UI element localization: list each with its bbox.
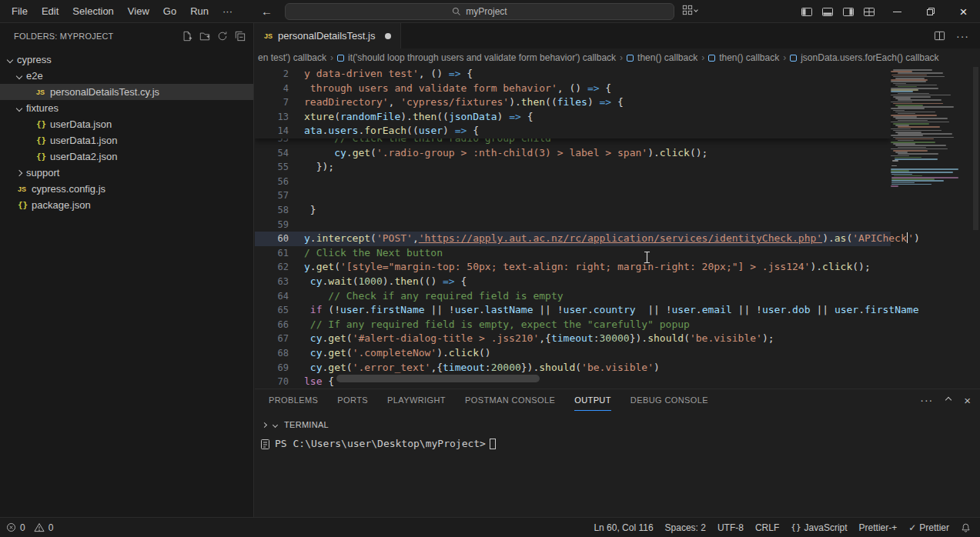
tree-item-fixtures[interactable]: fixtures xyxy=(0,100,253,116)
code-line-4[interactable]: 4 through users and validate form behavi… xyxy=(255,82,891,96)
minimap-line xyxy=(898,147,926,148)
toggle-sidebar-right-icon[interactable] xyxy=(842,6,855,18)
code-line-55[interactable]: 55 }); xyxy=(255,160,891,175)
panel-tab-problems[interactable]: PROBLEMS xyxy=(269,389,318,411)
toggle-panel-icon[interactable] xyxy=(821,6,834,18)
code-line-65[interactable]: 65 if (!user.firstName || !user.lastName… xyxy=(255,303,891,318)
code-editor[interactable]: 53 // Click the third radio group child5… xyxy=(255,67,980,389)
chevron-right-icon xyxy=(16,169,22,175)
code-line-13[interactable]: 13xture(randomFile).then((jsonData) => { xyxy=(255,110,891,125)
profile-grid-button[interactable] xyxy=(682,5,697,15)
bell-icon xyxy=(961,522,971,533)
tree-item-cypress[interactable]: cypress xyxy=(0,52,253,68)
code-line-69[interactable]: 69 cy.get('.error_text',{timeout:20000})… xyxy=(255,361,891,375)
maximize-panel-icon[interactable] xyxy=(945,397,952,403)
collapse-folders-icon[interactable] xyxy=(235,31,246,42)
breadcrumb-item[interactable]: jsonData.users.forEach() callback xyxy=(790,52,938,63)
minimap[interactable] xyxy=(891,69,971,200)
menu-edit[interactable]: Edit xyxy=(35,0,65,23)
panel-tab-postman-console[interactable]: POSTMAN CONSOLE xyxy=(465,389,555,411)
restore-button[interactable] xyxy=(914,0,947,23)
status-formatter-prettier[interactable]: ✓Prettier xyxy=(908,522,949,533)
menu-selection[interactable]: Selection xyxy=(65,0,120,23)
breadcrumb-item[interactable]: en test') callback xyxy=(258,52,326,63)
code-line-63[interactable]: 63 cy.wait(1000).then(() => { xyxy=(255,275,891,289)
breadcrumb-item[interactable]: it('should loop through users and valida… xyxy=(337,52,616,63)
customize-layout-icon[interactable] xyxy=(863,6,875,18)
problems-indicator[interactable]: 0 0 xyxy=(0,522,53,533)
menu-view[interactable]: View xyxy=(121,0,156,23)
file-name: package.json xyxy=(32,199,91,211)
vertical-scrollbar[interactable] xyxy=(973,67,978,230)
tree-item-e2e[interactable]: e2e xyxy=(0,68,253,84)
breadcrumb-item[interactable]: then() callback xyxy=(708,52,779,63)
minimap-line xyxy=(891,81,926,82)
new-file-icon[interactable] xyxy=(182,31,192,42)
minimap-line xyxy=(898,72,943,74)
more-actions-icon[interactable]: ··· xyxy=(956,30,969,42)
status-language-mode[interactable]: {}JavaScript xyxy=(791,522,847,533)
code-line-62[interactable]: 62y.get('[style="margin-top: 50px; text-… xyxy=(255,260,891,275)
status-cursor-position[interactable]: Ln 60, Col 116 xyxy=(594,522,653,533)
close-panel-icon[interactable]: × xyxy=(964,394,971,407)
toggle-sidebar-left-icon[interactable] xyxy=(801,6,813,18)
nav-back-button[interactable]: ← xyxy=(261,5,273,18)
code-line-2[interactable]: 2y data-driven test', () => { xyxy=(255,67,891,82)
status-notifications[interactable] xyxy=(961,522,971,533)
code-line-64[interactable]: 64 // Check if any required field is emp… xyxy=(255,289,891,304)
modified-dot-icon[interactable] xyxy=(385,33,391,39)
panel-tab-ports[interactable]: PORTS xyxy=(337,389,368,411)
split-editor-icon[interactable] xyxy=(934,30,945,42)
code-line-61[interactable]: 61/ Click the Next button xyxy=(255,246,891,261)
menu-go[interactable]: Go xyxy=(156,0,183,23)
minimap-line xyxy=(891,180,944,182)
code-line-58[interactable]: 58 } xyxy=(255,203,891,218)
code-line-57[interactable]: 57 xyxy=(255,188,891,203)
tree-item-personaldetailstest-cy-js[interactable]: JSpersonalDetailsTest.cy.js xyxy=(0,84,253,100)
terminal[interactable]: PS C:\Users\user\Desktop\myProject> xyxy=(255,437,980,451)
minimap-line xyxy=(893,110,905,112)
code-line-60[interactable]: 60y.intercept('POST','https://apply.aut.… xyxy=(255,232,891,246)
status-prettier-plus[interactable]: Prettier-+ xyxy=(859,522,898,533)
error-count: 0 xyxy=(20,522,25,533)
status-eol[interactable]: CRLF xyxy=(755,522,779,533)
code-line-59[interactable]: 59 xyxy=(255,218,891,232)
panel-tab-playwright[interactable]: PLAYWRIGHT xyxy=(387,389,446,411)
tree-item-package-json[interactable]: {}package.json xyxy=(0,197,253,213)
code-line-14[interactable]: 14ata.users.forEach((user) => { xyxy=(255,124,891,138)
line-number: 55 xyxy=(255,160,304,175)
command-center-search[interactable]: myProject xyxy=(285,3,674,20)
panel-tab-output[interactable]: OUTPUT xyxy=(574,389,611,411)
code-line-7[interactable]: 7readDirectory', 'cypress/fixtures').the… xyxy=(255,95,891,110)
tab-personal-details-test[interactable]: JS personalDetailsTest.js xyxy=(255,23,401,48)
horizontal-scrollbar[interactable] xyxy=(336,375,540,382)
breadcrumb-item[interactable]: then() callback xyxy=(627,52,697,63)
tree-item-userdata2-json[interactable]: {}userData2.json xyxy=(0,148,253,165)
menu-more[interactable]: ··· xyxy=(216,0,239,23)
code-line-67[interactable]: 67 cy.get('#alert-dialog-title > .jss210… xyxy=(255,332,891,346)
terminal-prompt-line[interactable]: PS C:\Users\user\Desktop\myProject> xyxy=(275,437,496,451)
refresh-icon[interactable] xyxy=(217,31,228,42)
terminal-section-header[interactable]: TERMINAL xyxy=(255,417,980,432)
close-button[interactable]: × xyxy=(947,0,980,23)
panel-more-actions-icon[interactable]: ··· xyxy=(920,394,933,406)
tree-item-support[interactable]: support xyxy=(0,165,253,181)
code-line-68[interactable]: 68 cy.get('.completeNow').click() xyxy=(255,346,891,361)
new-folder-icon[interactable] xyxy=(199,31,210,42)
code-line-54[interactable]: 54 cy.get('.radio-group > :nth-child(3) … xyxy=(255,146,891,161)
panel-tab-debug-console[interactable]: DEBUG CONSOLE xyxy=(630,389,708,411)
tree-item-userdata1-json[interactable]: {}userData1.json xyxy=(0,132,253,148)
menu-run[interactable]: Run xyxy=(183,0,216,23)
minimap-line xyxy=(891,185,898,187)
code-line-56[interactable]: 56 xyxy=(255,175,891,189)
code-line-66[interactable]: 66 // If any required field is empty, ex… xyxy=(255,318,891,332)
tree-item-cypress-config-js[interactable]: JScypress.config.js xyxy=(0,181,253,197)
line-number: 68 xyxy=(255,346,304,361)
menu-file[interactable]: File xyxy=(5,0,35,23)
status-encoding[interactable]: UTF-8 xyxy=(717,522,744,533)
symbol-callback-icon xyxy=(708,55,715,62)
status-indentation[interactable]: Spaces: 2 xyxy=(665,522,706,533)
line-number: 4 xyxy=(255,82,304,96)
tree-item-userdata-json[interactable]: {}userData.json xyxy=(0,116,253,132)
minimize-button[interactable] xyxy=(881,0,914,23)
